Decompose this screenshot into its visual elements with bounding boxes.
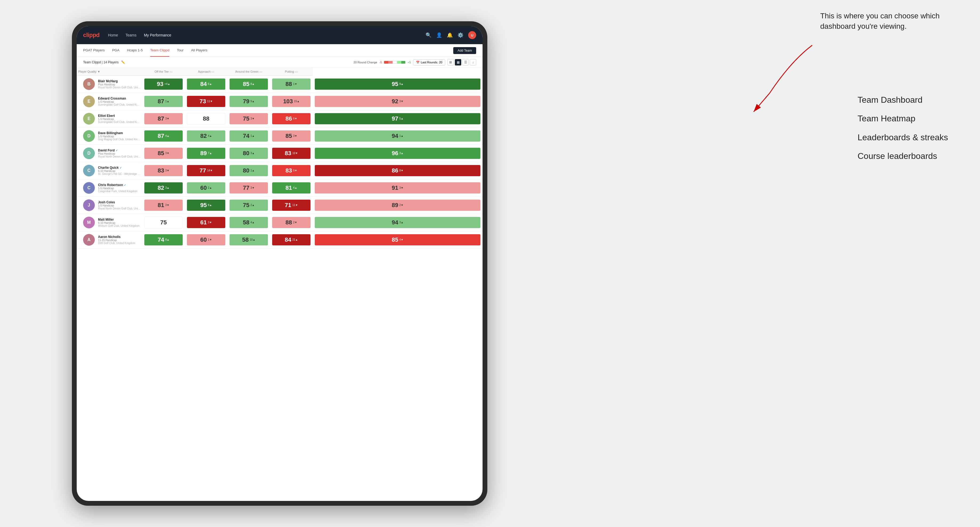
score-value: 103: [283, 98, 293, 105]
score-cell-around_the_green: 84 21▲: [270, 231, 313, 249]
player-handicap: 1-5 Handicap: [98, 135, 141, 138]
score-box: 103 15▲: [272, 96, 310, 107]
team-bar: Team Clippd | 14 Players ✏️ 20 Round Cha…: [77, 57, 482, 68]
score-value: 58: [243, 219, 249, 226]
dashboard-options: Team Dashboard Team Heatmap Leaderboards…: [858, 90, 948, 165]
score-cell-player_quality: 87 4▲: [142, 127, 185, 145]
score-box: 92 3▼: [315, 96, 480, 107]
tab-all-players[interactable]: All Players: [191, 44, 207, 57]
score-box: 75 2▲: [229, 200, 268, 211]
player-handicap: Plus Handicap: [98, 152, 141, 155]
score-value: 60: [200, 237, 207, 243]
tab-tour[interactable]: Tour: [177, 44, 183, 57]
tab-team-clippd[interactable]: Team Clippd: [150, 44, 169, 57]
table-row[interactable]: E Elliot Ebert 1-5 Handicap Sunningdale …: [77, 110, 482, 127]
search-icon[interactable]: 🔍: [426, 32, 431, 38]
score-cell-player_quality: 87 3▼: [142, 110, 185, 127]
player-info: Charlie Quick ✓ 6-10 Handicap St. George…: [98, 166, 141, 175]
player-club: Craigmillar Park, United Kingdom: [98, 190, 137, 193]
score-box: 77 3▼: [229, 182, 268, 194]
nav-links: Home Teams My Performance: [108, 33, 426, 37]
tab-hcaps[interactable]: Hcaps 1-5: [127, 44, 143, 57]
score-value: 88: [203, 115, 209, 122]
score-cell-putting: 94 3▲: [313, 214, 482, 231]
player-avatar: A: [83, 234, 95, 246]
edit-icon[interactable]: ✏️: [121, 60, 125, 64]
settings-icon[interactable]: ⚙️: [458, 32, 463, 38]
last-rounds-button[interactable]: 📅 Last Rounds: 20: [413, 59, 445, 65]
player-cell-2: E Elliot Ebert 1-5 Handicap Sunningdale …: [77, 110, 142, 127]
table-row[interactable]: A Aaron Nicholls 11-15 Handicap Drift Go…: [77, 231, 482, 249]
score-cell-approach: 80 3▲: [228, 145, 270, 162]
player-cell-5: C Charlie Quick ✓ 6-10 Handicap St. Geor…: [77, 162, 142, 179]
nav-home[interactable]: Home: [108, 33, 118, 37]
chart-view-button[interactable]: ☰: [462, 59, 469, 65]
score-box: 77 14▼: [187, 165, 225, 176]
player-table: Player Quality ▼ Off the Tee — Approach …: [77, 68, 482, 249]
score-value: 85: [392, 237, 398, 243]
table-row[interactable]: E Edward Crossman 1-5 Handicap Sunningda…: [77, 93, 482, 110]
score-box: 85 8▲: [229, 78, 268, 90]
nav-my-performance[interactable]: My Performance: [144, 33, 171, 37]
tab-pgat-players[interactable]: PGAT Players: [83, 44, 105, 57]
player-cell-0: B Blair McHarg Plus Handicap Royal North…: [77, 76, 142, 93]
table-row[interactable]: M Matt Miller 6-10 Handicap Woburn Golf …: [77, 214, 482, 231]
score-value: 77: [199, 167, 206, 174]
calendar-icon: 📅: [416, 61, 420, 64]
score-box: 86 8▼: [315, 165, 480, 176]
tab-pga[interactable]: PGA: [112, 44, 119, 57]
avatar[interactable]: U: [468, 31, 476, 39]
score-cell-approach: 58 10▲: [228, 231, 270, 249]
player-cell-7: J Josh Coles 1-5 Handicap Royal North De…: [77, 197, 142, 214]
player-name: Aaron Nicholls: [98, 235, 135, 239]
table-row[interactable]: C Charlie Quick ✓ 6-10 Handicap St. Geor…: [77, 162, 482, 179]
score-cell-putting: 85 4▼: [313, 231, 482, 249]
score-cell-off_the_tee: 82 4▲: [185, 127, 228, 145]
add-team-button[interactable]: Add Team: [453, 47, 476, 54]
score-value: 93: [157, 81, 163, 87]
player-club: Royal North Devon Golf Club, United King…: [98, 155, 141, 158]
score-value: 81: [158, 202, 164, 209]
score-box: 79 9▲: [229, 96, 268, 107]
table-row[interactable]: C Chris Robertson ✓ 1-5 Handicap Craigmi…: [77, 179, 482, 197]
nav-teams[interactable]: Teams: [126, 33, 136, 37]
score-value: 74: [243, 133, 249, 140]
score-box: 94 3▲: [315, 217, 480, 228]
score-box: 61 3▼: [187, 217, 225, 228]
table-row[interactable]: D David Ford ✓ Plus Handicap Royal North…: [77, 145, 482, 162]
score-cell-putting: 95 9▲: [313, 76, 482, 93]
player-cell-4: D David Ford ✓ Plus Handicap Royal North…: [77, 145, 142, 162]
score-box: 75: [144, 217, 183, 229]
player-cell-3: D Dave Billingham 1-5 Handicap Gog Magog…: [77, 127, 142, 145]
score-box: 84 21▲: [272, 234, 310, 245]
score-value: 75: [160, 219, 167, 226]
header-around-the-green: Around the Green —: [228, 68, 270, 76]
score-box: 87 3▼: [144, 113, 183, 124]
profile-icon[interactable]: 👤: [436, 32, 442, 38]
score-box: 85 3▼: [144, 148, 183, 159]
header-off-the-tee: Off the Tee —: [142, 68, 185, 76]
player-info: Chris Robertson ✓ 1-5 Handicap Craigmill…: [98, 183, 137, 193]
heatmap-view-button[interactable]: ▦: [455, 59, 461, 65]
score-box: 80 3▲: [229, 148, 268, 159]
verified-icon: ✓: [116, 149, 118, 152]
player-name: Chris Robertson ✓: [98, 183, 137, 187]
score-value: 84: [200, 81, 207, 87]
table-row[interactable]: B Blair McHarg Plus Handicap Royal North…: [77, 76, 482, 93]
score-cell-approach: 74 1▲: [228, 127, 270, 145]
score-value: 82: [158, 184, 164, 191]
score-cell-around_the_green: 88 1▼: [270, 76, 313, 93]
table-row[interactable]: J Josh Coles 1-5 Handicap Royal North De…: [77, 197, 482, 214]
bell-icon[interactable]: 🔔: [447, 32, 453, 38]
player-avatar: E: [83, 113, 95, 125]
score-box: 74 1▲: [229, 130, 268, 141]
score-box: 87 1▲: [144, 96, 183, 107]
grid-view-button[interactable]: ⊞: [447, 59, 454, 65]
annotation-text: This is where you can choose which dashb…: [820, 11, 948, 32]
score-cell-putting: 92 3▼: [313, 93, 482, 110]
player-name: Blair McHarg: [98, 79, 141, 83]
player-handicap: 1-5 Handicap: [98, 187, 137, 190]
option-course-leaderboards: Course leaderboards: [858, 147, 948, 165]
table-row[interactable]: D Dave Billingham 1-5 Handicap Gog Magog…: [77, 127, 482, 145]
export-button[interactable]: ↓: [470, 59, 476, 65]
